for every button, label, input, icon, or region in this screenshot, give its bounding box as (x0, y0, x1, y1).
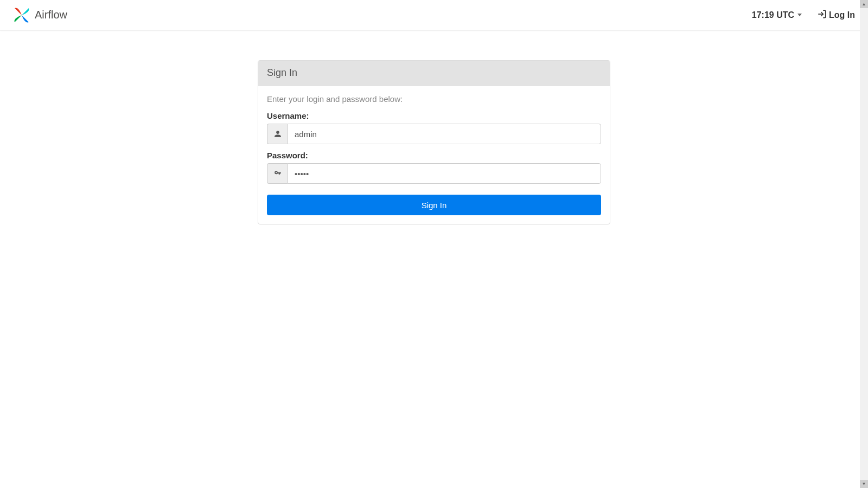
username-label: Username: (267, 111, 601, 120)
time-text: 17:19 UTC (752, 10, 794, 20)
password-input[interactable] (288, 163, 601, 184)
key-icon (267, 163, 288, 184)
username-input-group (267, 124, 601, 144)
signin-panel: Sign In Enter your login and password be… (258, 60, 610, 224)
login-icon (817, 9, 827, 21)
login-link[interactable]: Log In (817, 9, 855, 21)
navbar-right: 17:19 UTC Log In (752, 9, 855, 21)
airflow-pinwheel-icon (13, 7, 30, 24)
username-group: Username: (267, 111, 601, 144)
panel-header: Sign In (258, 61, 610, 86)
password-input-group (267, 163, 601, 184)
scrollbar[interactable]: ▲ ▼ (860, 0, 868, 488)
brand-text: Airflow (35, 9, 67, 21)
brand[interactable]: Airflow (13, 7, 67, 24)
user-icon (267, 124, 288, 144)
username-input[interactable] (288, 124, 601, 144)
login-link-text: Log In (829, 10, 855, 20)
chevron-down-icon (797, 14, 802, 16)
scroll-up-icon[interactable]: ▲ (860, 0, 868, 8)
panel-title: Sign In (267, 67, 601, 79)
password-group: Password: (267, 151, 601, 184)
scroll-down-icon[interactable]: ▼ (860, 480, 868, 488)
time-dropdown[interactable]: 17:19 UTC (752, 10, 802, 20)
password-label: Password: (267, 151, 601, 160)
signin-button[interactable]: Sign In (267, 195, 601, 215)
instruction-text: Enter your login and password below: (267, 94, 601, 104)
panel-body: Enter your login and password below: Use… (258, 86, 610, 224)
navbar: Airflow 17:19 UTC Log In (0, 0, 868, 30)
